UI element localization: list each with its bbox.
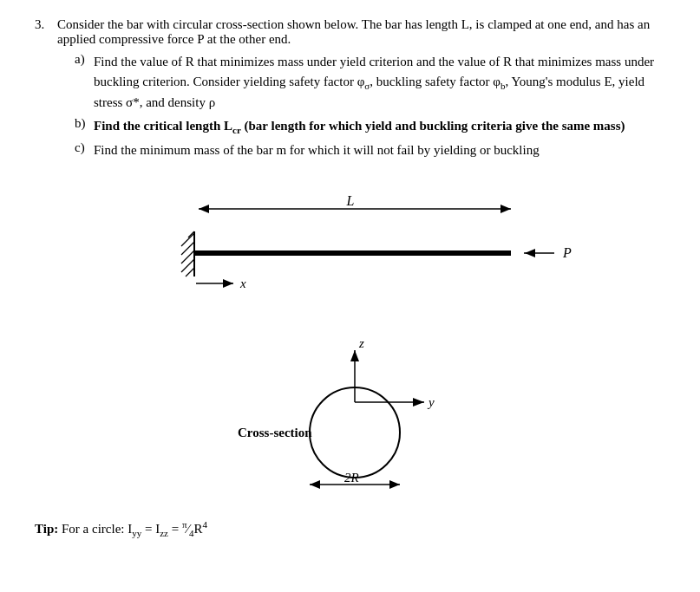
tip-section: Tip: For a circle: Iyy = Izz = π⁄4R4 [35,519,674,538]
svg-marker-1 [199,205,209,213]
sub-label-a: a) [75,52,88,67]
problem-container: 3. Consider the bar with circular cross-… [35,17,674,538]
svg-marker-27 [310,480,320,489]
svg-text:L: L [345,193,354,208]
cross-section-diagram: z y Cross-section 2R [112,303,598,493]
tip-text: For a circle: Iyy = Izz = π⁄4R4 [62,522,207,536]
svg-text:2R: 2R [344,471,359,485]
diagram-area: L P x [35,190,674,493]
intro-text: Consider the bar with circular cross-sec… [57,17,650,46]
svg-marker-22 [413,398,424,407]
problem-number: 3. [35,17,50,32]
svg-line-9 [186,268,194,276]
tip-label: Tip: [35,522,58,536]
sub-item-c: c) Find the minimum mass of the bar m fo… [75,140,674,160]
svg-marker-16 [223,279,233,288]
svg-text:Cross-section: Cross-section [238,426,312,439]
sub-content-a: Find the value of R that minimizes mass … [94,52,674,113]
sub-item-a: a) Find the value of R that minimizes ma… [75,52,674,113]
problem-number-row: 3. Consider the bar with circular cross-… [35,17,674,164]
svg-marker-2 [500,205,511,213]
svg-marker-13 [525,249,535,257]
sub-items: a) Find the value of R that minimizes ma… [75,52,674,160]
sub-label-b: b) [75,116,88,131]
bar-diagram: L P x [112,190,598,303]
sub-content-b: Find the critical length Lcr (bar length… [94,116,674,138]
svg-text:x: x [239,276,246,290]
sub-item-b: b) Find the critical length Lcr (bar len… [75,116,674,138]
svg-marker-28 [389,480,400,489]
sub-label-c: c) [75,140,88,155]
problem-intro: Consider the bar with circular cross-sec… [57,17,674,164]
sub-content-c: Find the minimum mass of the bar m for w… [94,140,674,160]
svg-marker-19 [350,350,359,361]
svg-text:P: P [562,245,572,260]
svg-text:y: y [427,395,435,409]
svg-text:z: z [358,336,364,350]
